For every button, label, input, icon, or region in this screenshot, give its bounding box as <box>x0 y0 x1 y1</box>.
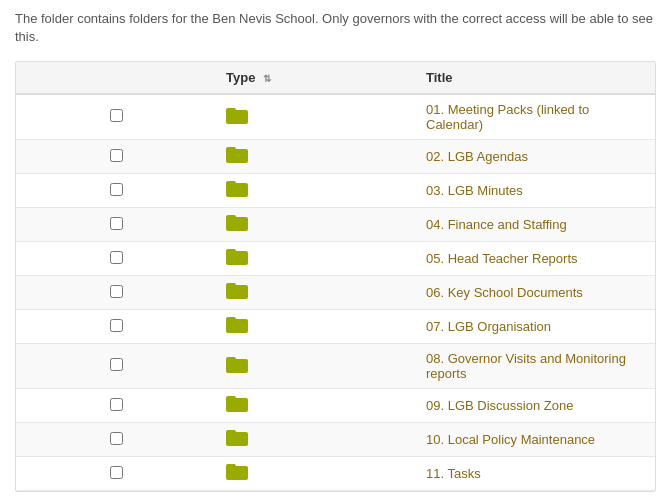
row-checkbox-cell <box>16 276 216 310</box>
table-row: 02. LGB Agendas <box>16 140 655 174</box>
row-checkbox-cell <box>16 389 216 423</box>
folder-icon <box>226 396 248 412</box>
row-checkbox-cell <box>16 140 216 174</box>
folder-icon <box>226 357 248 373</box>
table-row: 06. Key School Documents <box>16 276 655 310</box>
row-title-link[interactable]: 04. Finance and Staffing <box>426 217 567 232</box>
row-checkbox[interactable] <box>110 285 123 298</box>
row-title-link[interactable]: 06. Key School Documents <box>426 285 583 300</box>
row-checkbox-cell <box>16 344 216 389</box>
table-row: 05. Head Teacher Reports <box>16 242 655 276</box>
table-row: 03. LGB Minutes <box>16 174 655 208</box>
row-title-link[interactable]: 09. LGB Discussion Zone <box>426 398 573 413</box>
row-checkbox[interactable] <box>110 109 123 122</box>
row-title-link[interactable]: 03. LGB Minutes <box>426 183 523 198</box>
row-type-cell <box>216 457 416 491</box>
row-checkbox[interactable] <box>110 432 123 445</box>
row-type-cell <box>216 174 416 208</box>
row-title-cell: 05. Head Teacher Reports <box>416 242 655 276</box>
row-checkbox-cell <box>16 457 216 491</box>
folder-icon <box>226 464 248 480</box>
row-checkbox-cell <box>16 174 216 208</box>
row-checkbox[interactable] <box>110 358 123 371</box>
table-row: 01. Meeting Packs (linked to Calendar) <box>16 94 655 140</box>
row-title-link[interactable]: 05. Head Teacher Reports <box>426 251 578 266</box>
checkbox-header-cell <box>16 62 216 94</box>
row-checkbox-cell <box>16 423 216 457</box>
row-checkbox[interactable] <box>110 319 123 332</box>
row-type-cell <box>216 276 416 310</box>
folder-icon <box>226 283 248 299</box>
row-title-link[interactable]: 10. Local Policy Maintenance <box>426 432 595 447</box>
folder-icon <box>226 249 248 265</box>
row-checkbox-cell <box>16 242 216 276</box>
file-table-container: Type ⇅ Title 01. Meeting Packs (linked t… <box>15 61 656 492</box>
row-checkbox[interactable] <box>110 149 123 162</box>
row-type-cell <box>216 310 416 344</box>
row-checkbox[interactable] <box>110 398 123 411</box>
row-title-link[interactable]: 01. Meeting Packs (linked to Calendar) <box>426 102 589 132</box>
row-title-link[interactable]: 08. Governor Visits and Monitoring repor… <box>426 351 626 381</box>
folder-icon <box>226 215 248 231</box>
row-title-cell: 09. LGB Discussion Zone <box>416 389 655 423</box>
row-title-cell: 06. Key School Documents <box>416 276 655 310</box>
row-title-link[interactable]: 07. LGB Organisation <box>426 319 551 334</box>
page-description: The folder contains folders for the Ben … <box>15 10 656 46</box>
row-title-cell: 10. Local Policy Maintenance <box>416 423 655 457</box>
title-header: Title <box>416 62 655 94</box>
row-type-cell <box>216 389 416 423</box>
table-row: 09. LGB Discussion Zone <box>16 389 655 423</box>
row-type-cell <box>216 242 416 276</box>
row-checkbox[interactable] <box>110 183 123 196</box>
type-sort-icon[interactable]: ⇅ <box>263 73 271 84</box>
row-checkbox-cell <box>16 208 216 242</box>
table-row: 10. Local Policy Maintenance <box>16 423 655 457</box>
table-row: 04. Finance and Staffing <box>16 208 655 242</box>
title-header-label: Title <box>426 70 453 85</box>
type-header-label: Type <box>226 70 255 85</box>
row-title-cell: 04. Finance and Staffing <box>416 208 655 242</box>
row-title-cell: 07. LGB Organisation <box>416 310 655 344</box>
row-type-cell <box>216 344 416 389</box>
row-title-cell: 08. Governor Visits and Monitoring repor… <box>416 344 655 389</box>
type-header[interactable]: Type ⇅ <box>216 62 416 94</box>
table-body: 01. Meeting Packs (linked to Calendar)02… <box>16 94 655 491</box>
table-row: 07. LGB Organisation <box>16 310 655 344</box>
row-checkbox[interactable] <box>110 466 123 479</box>
row-checkbox-cell <box>16 310 216 344</box>
row-title-cell: 11. Tasks <box>416 457 655 491</box>
table-row: 11. Tasks <box>16 457 655 491</box>
row-type-cell <box>216 140 416 174</box>
row-type-cell <box>216 208 416 242</box>
folder-icon <box>226 181 248 197</box>
table-row: 08. Governor Visits and Monitoring repor… <box>16 344 655 389</box>
row-title-link[interactable]: 02. LGB Agendas <box>426 149 528 164</box>
row-checkbox[interactable] <box>110 217 123 230</box>
folder-icon <box>226 430 248 446</box>
file-table: Type ⇅ Title 01. Meeting Packs (linked t… <box>16 62 655 491</box>
folder-icon <box>226 317 248 333</box>
table-header-row: Type ⇅ Title <box>16 62 655 94</box>
row-checkbox-cell <box>16 94 216 140</box>
folder-icon <box>226 108 248 124</box>
row-title-cell: 02. LGB Agendas <box>416 140 655 174</box>
row-title-link[interactable]: 11. Tasks <box>426 466 481 481</box>
row-checkbox[interactable] <box>110 251 123 264</box>
folder-icon <box>226 147 248 163</box>
row-title-cell: 03. LGB Minutes <box>416 174 655 208</box>
row-title-cell: 01. Meeting Packs (linked to Calendar) <box>416 94 655 140</box>
row-type-cell <box>216 423 416 457</box>
row-type-cell <box>216 94 416 140</box>
